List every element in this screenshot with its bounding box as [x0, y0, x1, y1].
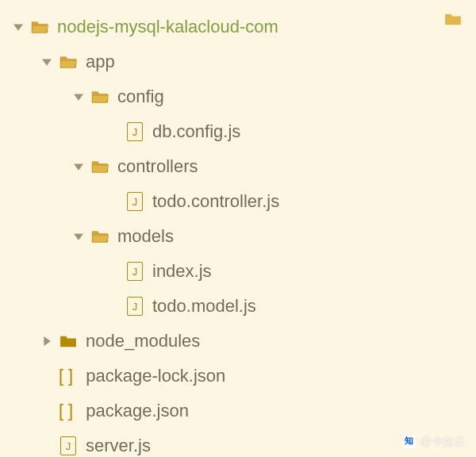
file-json-icon: [] — [59, 366, 78, 386]
tree-row-root[interactable]: nodejs-mysql-kalacloud-com — [10, 10, 476, 44]
folder-open-icon — [59, 52, 78, 71]
file-tree: nodejs-mysql-kalacloud-com app config db… — [0, 0, 476, 457]
tree-label: todo.controller.js — [152, 191, 279, 212]
chevron-right-icon — [40, 334, 54, 348]
chevron-down-icon — [71, 90, 86, 104]
tree-row-folder[interactable]: node_modules — [10, 324, 476, 359]
tree-label: package.json — [86, 401, 189, 421]
tree-row-folder[interactable]: controllers — [10, 149, 476, 184]
tree-label: index.js — [152, 261, 212, 282]
chevron-down-icon — [40, 55, 54, 69]
tree-row-folder[interactable]: models — [10, 219, 476, 254]
file-js-icon — [125, 122, 144, 141]
tree-row-file[interactable]: todo.controller.js — [10, 184, 476, 219]
tree-label: package-lock.json — [86, 366, 225, 386]
folder-icon-right — [444, 12, 462, 29]
tree-row-file[interactable]: [] package-lock.json — [10, 359, 476, 394]
file-js-icon — [125, 192, 144, 211]
tree-label: node_modules — [86, 331, 200, 351]
file-js-icon — [59, 436, 78, 455]
folder-open-icon — [30, 17, 49, 36]
folder-closed-icon — [59, 332, 78, 351]
tree-label: server.js — [86, 436, 151, 456]
folder-open-icon — [90, 87, 109, 106]
file-js-icon — [125, 297, 144, 316]
tree-row-file[interactable]: index.js — [10, 254, 476, 289]
tree-row-folder[interactable]: app — [10, 44, 476, 79]
tree-label: todo.model.js — [152, 296, 256, 317]
chevron-down-icon — [71, 159, 86, 174]
tree-row-file[interactable]: todo.model.js — [10, 289, 476, 324]
watermark: @卡拉云 — [403, 435, 465, 449]
tree-row-folder[interactable]: config — [10, 79, 476, 114]
tree-label: config — [117, 86, 164, 107]
tree-row-file[interactable]: db.config.js — [10, 114, 476, 149]
folder-open-icon — [90, 157, 109, 176]
tree-label: models — [117, 226, 174, 247]
folder-open-icon — [90, 227, 109, 246]
file-json-icon: [] — [59, 401, 78, 421]
tree-label: app — [86, 52, 115, 72]
watermark-text: @卡拉云 — [420, 435, 465, 449]
zhihu-logo-icon — [403, 436, 416, 448]
tree-label: db.config.js — [152, 121, 240, 142]
tree-label: controllers — [117, 156, 198, 177]
chevron-down-icon — [71, 229, 86, 244]
tree-label: nodejs-mysql-kalacloud-com — [57, 17, 278, 37]
chevron-down-icon — [11, 20, 25, 34]
file-js-icon — [125, 262, 144, 281]
tree-row-file[interactable]: [] package.json — [10, 394, 476, 428]
